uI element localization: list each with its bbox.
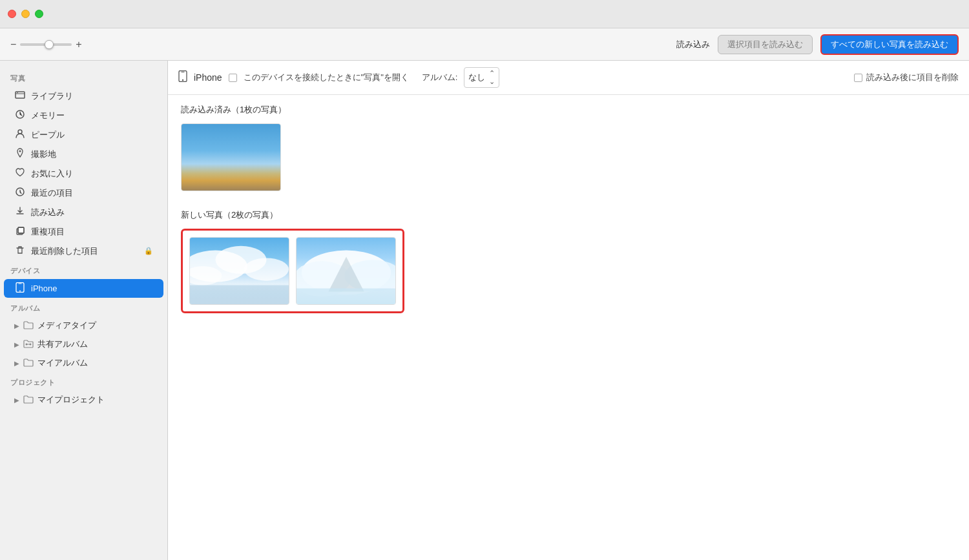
toolbar: − + 読み込み 選択項目を読み込む すべての新しい写真を読み込む <box>0 28 969 61</box>
people-icon <box>14 129 26 141</box>
memories-icon <box>14 109 26 121</box>
sidebar-section-projects: プロジェクト <box>0 373 167 390</box>
album-select-arrow-icon: ⌃⌄ <box>489 69 495 86</box>
import-all-button[interactable]: すべての新しい写真を読み込む <box>820 34 959 55</box>
shared-label: 共有アルバム <box>37 338 88 350</box>
sidebar-item-library[interactable]: ライブラリ <box>4 87 163 105</box>
traffic-lights <box>8 10 43 18</box>
lock-icon: 🔒 <box>144 247 153 255</box>
svg-point-13 <box>26 343 28 345</box>
photo-mountain[interactable] <box>296 237 396 305</box>
folder-my-projects-icon <box>23 395 34 406</box>
iphone-label: iPhone <box>31 284 57 293</box>
new-section: 新しい写真（2枚の写真） <box>168 200 969 322</box>
sidebar-section-photos: 写真 <box>0 68 167 86</box>
import-selected-button[interactable]: 選択項目を読み込む <box>718 35 813 54</box>
duplicates-icon <box>14 225 26 238</box>
title-bar <box>0 0 969 28</box>
sidebar-item-my-album[interactable]: ▶ マイアルバム <box>4 354 163 372</box>
my-album-label: マイアルバム <box>37 357 88 369</box>
read-label: 読み込み <box>676 39 710 50</box>
delete-after-text: 読み込み後に項目を削除 <box>866 72 959 83</box>
sidebar-item-people[interactable]: ピープル <box>4 125 163 144</box>
chevron-my-projects-icon: ▶ <box>14 397 19 404</box>
duplicates-label: 重複項目 <box>31 226 65 238</box>
sidebar-item-deleted[interactable]: 最近削除した項目 🔒 <box>4 242 163 260</box>
photo-beach[interactable] <box>181 123 281 191</box>
sidebar-item-my-projects[interactable]: ▶ マイプロジェクト <box>4 391 163 409</box>
people-label: ピープル <box>31 129 65 141</box>
my-projects-label: マイプロジェクト <box>37 394 105 406</box>
open-photos-label: このデバイスを接続したときに"写真"を開く <box>244 72 409 83</box>
slider-track[interactable] <box>20 43 72 46</box>
slider-minus-icon[interactable]: − <box>10 39 16 50</box>
imported-section: 読み込み済み（1枚の写真） <box>168 95 969 200</box>
album-select[interactable]: なし ⌃⌄ <box>464 67 499 88</box>
svg-point-14 <box>30 343 32 345</box>
delete-after-checkbox[interactable] <box>854 74 862 82</box>
media-type-label: メディアタイプ <box>37 320 96 331</box>
svg-point-17 <box>182 79 183 81</box>
open-photos-checkbox[interactable] <box>229 74 237 82</box>
album-select-value: なし <box>468 72 485 83</box>
sidebar-item-iphone[interactable]: iPhone <box>4 279 163 298</box>
folder-media-type-icon <box>23 320 34 331</box>
recent-icon <box>14 187 26 199</box>
svg-rect-0 <box>16 92 25 98</box>
device-bar-name: iPhone <box>194 72 222 83</box>
places-label: 撮影地 <box>31 149 56 160</box>
content-area: iPhone このデバイスを接続したときに"写真"を開く アルバム: なし ⌃⌄… <box>168 61 969 560</box>
sidebar-item-recent[interactable]: 最近の項目 <box>4 183 163 202</box>
deleted-label: 最近削除した項目 <box>31 245 98 257</box>
sidebar-item-duplicates[interactable]: 重複項目 <box>4 222 163 241</box>
album-label: アルバム: <box>422 72 458 83</box>
photo-clouds[interactable] <box>189 237 289 305</box>
folder-shared-icon <box>23 339 34 350</box>
imports-icon <box>14 206 26 218</box>
sidebar-section-devices: デバイス <box>0 261 167 278</box>
sidebar-section-albums: アルバム <box>0 298 167 316</box>
sidebar-item-favorites[interactable]: お気に入り <box>4 164 163 183</box>
zoom-slider-area[interactable]: − + <box>10 39 82 50</box>
imported-section-title: 読み込み済み（1枚の写真） <box>181 104 956 116</box>
new-photos-selection-box <box>181 229 404 313</box>
delete-after-label: 読み込み後に項目を削除 <box>854 72 959 83</box>
chevron-media-type-icon: ▶ <box>14 322 19 329</box>
iphone-icon <box>14 282 26 295</box>
chevron-shared-icon: ▶ <box>14 341 19 348</box>
slider-plus-icon[interactable]: + <box>76 39 81 50</box>
svg-point-20 <box>244 258 289 280</box>
recent-label: 最近の項目 <box>31 187 73 199</box>
sidebar-item-memories[interactable]: メモリー <box>4 106 163 125</box>
svg-point-4 <box>19 150 21 152</box>
memories-label: メモリー <box>31 110 65 121</box>
svg-rect-27 <box>297 288 395 304</box>
library-icon <box>14 90 26 102</box>
favorites-label: お気に入り <box>31 168 73 180</box>
device-bar-iphone-icon <box>178 70 187 85</box>
favorites-icon <box>14 167 26 180</box>
deleted-icon <box>14 245 26 257</box>
imports-label: 読み込み <box>31 207 65 218</box>
svg-rect-22 <box>190 285 289 304</box>
maximize-button[interactable] <box>35 10 43 18</box>
places-icon <box>14 148 26 160</box>
minimize-button[interactable] <box>21 10 30 18</box>
svg-rect-7 <box>18 227 24 233</box>
sidebar-item-imports[interactable]: 読み込み <box>4 203 163 222</box>
device-bar: iPhone このデバイスを接続したときに"写真"を開く アルバム: なし ⌃⌄… <box>168 61 969 95</box>
sidebar: 写真 ライブラリ メモリー ピープル 撮影地 <box>0 61 168 560</box>
svg-point-1 <box>17 92 18 94</box>
imported-photo-grid <box>181 123 956 191</box>
svg-point-11 <box>19 291 21 292</box>
chevron-my-album-icon: ▶ <box>14 360 19 367</box>
main-layout: 写真 ライブラリ メモリー ピープル 撮影地 <box>0 61 969 560</box>
slider-thumb[interactable] <box>45 40 54 49</box>
sidebar-item-shared[interactable]: ▶ 共有アルバム <box>4 335 163 353</box>
new-section-title: 新しい写真（2枚の写真） <box>181 209 956 221</box>
svg-point-3 <box>18 130 22 134</box>
folder-my-album-icon <box>23 358 34 369</box>
close-button[interactable] <box>8 10 16 18</box>
sidebar-item-places[interactable]: 撮影地 <box>4 145 163 163</box>
sidebar-item-media-type[interactable]: ▶ メディアタイプ <box>4 316 163 335</box>
